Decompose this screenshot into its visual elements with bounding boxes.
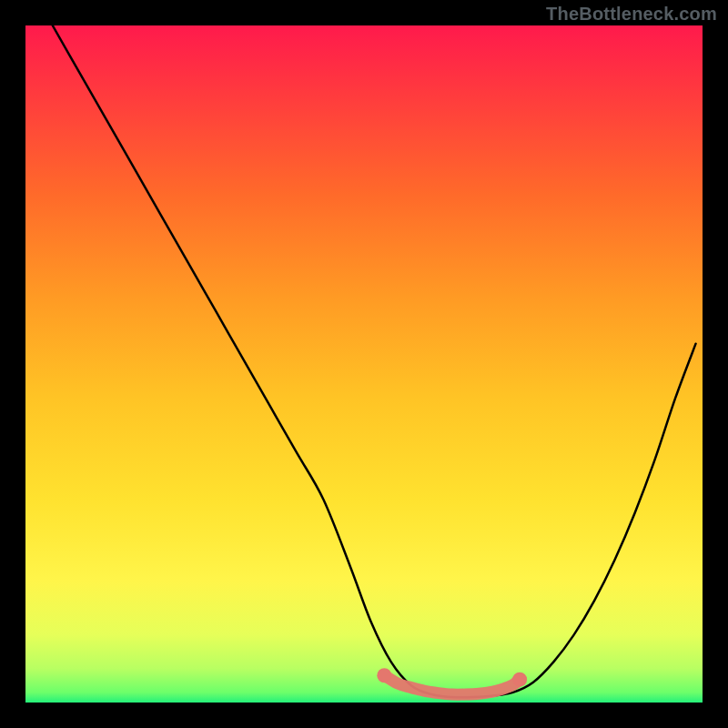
highlight-start-dot — [377, 668, 391, 682]
highlight-end-dot — [512, 672, 527, 687]
plot-area — [25, 25, 703, 703]
chart-frame: TheBottleneck.com — [0, 0, 728, 728]
watermark-text: TheBottleneck.com — [546, 4, 717, 25]
chart-svg — [25, 25, 703, 703]
